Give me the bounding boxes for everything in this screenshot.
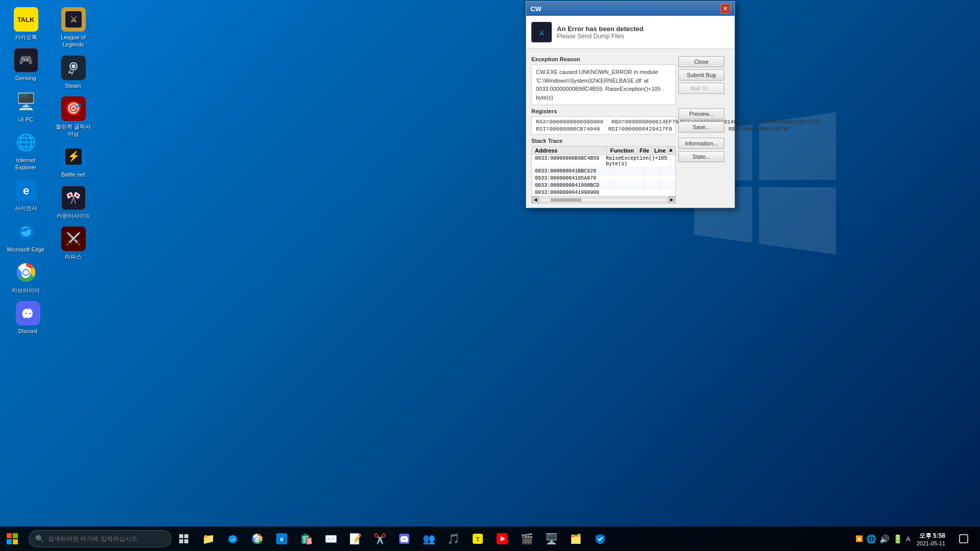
registers-section: Registers RAX=0000000000000000 RBX=00000… [531,108,729,135]
desktop-icon-gensing[interactable]: 🎮 Gensing [4,45,47,85]
svg-rect-16 [7,533,12,538]
notification-center-button[interactable] [951,527,976,551]
svg-rect-17 [13,533,18,538]
dialog-header: ⚔ An Error has been detected Please Send… [526,16,734,49]
svg-rect-23 [184,539,188,543]
taskbar-snip[interactable]: ✂️ [368,527,392,551]
submit-bug-button[interactable]: Submit Bug [678,69,724,81]
svg-rect-20 [179,534,183,538]
stack-trace-wrapper: Address Function File Line ▲ 0033:000000… [531,146,676,204]
reg-row: RSI=00000000CB74040 RDI=0000000429417F8 [536,126,679,132]
desktop-icon-kakaotalk[interactable]: TALK 카카오톡 [4,4,47,44]
taskbar-youtube[interactable] [490,527,514,551]
scrollbar-up-btn[interactable]: ▲ [668,146,675,155]
svg-text:e: e [22,184,29,197]
desktop-icon-my-pc[interactable]: 🖥️ 내 PC [4,86,47,126]
svg-text:⚔: ⚔ [538,29,545,37]
taskbar-discord[interactable] [392,527,416,551]
taskbar-chrome[interactable] [245,527,270,551]
mail-to-button[interactable]: Mail To... [678,83,724,94]
scrollbar-left-btn[interactable]: ◀ [532,196,539,204]
desktop: TALK 카카오톡 🎮 Gensing 🖥️ 내 PC 🌐 Internet E… [0,0,99,388]
desktop-icon-discord[interactable]: Discord [6,298,50,338]
clock-time: 오후 5:58 [917,532,945,540]
state-button[interactable]: State... [678,151,724,162]
exception-section: Exception Reason CW.EXE caused UNKNOWN_E… [531,56,729,105]
desktop-icon-lol[interactable]: ⚔ League of Legends [52,4,95,52]
icon-label: 라파스 [65,253,82,260]
taskbar-clock[interactable]: 오후 5:58 2021-05-11 [913,532,949,546]
desktop-icon-steam[interactable]: Steam [52,53,95,92]
taskbar-teams[interactable]: 👥 [416,527,441,551]
svg-text:T: T [476,537,479,542]
desktop-icon-counterside[interactable]: 🎌 카운터사이드 [52,183,95,222]
taskbar-mail[interactable]: ✉️ [318,527,343,551]
taskbar-media[interactable]: 🎵 [441,527,465,551]
taskbar: 🔍 📁 e 🛍️ ✉️ 📝 ✂️ [0,527,980,551]
taskbar-store[interactable]: 🛍️ [294,527,318,551]
stack-row-4: 0033:0000000041998908 [532,189,675,196]
chevron-up-icon[interactable]: 🔼 [855,535,863,542]
stack-row-2: 0033:00000004195A979 [532,175,675,182]
volume-icon[interactable]: 🔊 [879,534,890,544]
reg-rdx: RDX=000000041BFC543 [755,119,819,125]
reg-rsi: RSI=00000000CB74040 [536,126,600,132]
reg-rax: RAX=0000000000000000 [536,119,603,125]
taskbar-task-view[interactable] [172,527,196,551]
icon-label: Steam [65,82,82,89]
taskbar-app-pc[interactable]: 🖥️ [539,527,564,551]
battery-icon[interactable]: 🔋 [893,534,903,544]
buttons-column-1: Close Submit Bug Mail To... [678,56,724,94]
icon-label: Gensing [15,74,36,82]
desktop-icon-lapas[interactable]: ⚔️ 라파스 [52,223,95,263]
icon-label: Battle.net [61,171,85,178]
icon-label: 엘린퀴 글릭서마님 [54,123,93,138]
taskbar-right: 🔼 🌐 🔊 🔋 A 오후 5:58 2021-05-11 [855,527,980,551]
information-button[interactable]: Information... [678,138,724,149]
taskbar-onenote[interactable]: 📝 [343,527,368,551]
network-icon[interactable]: 🌐 [866,534,876,544]
reg-rdi: RDI=0000000429417F8 [608,126,672,132]
buttons-column-3: Information... State... [678,138,724,162]
desktop-icon-chrome[interactable]: 카브라이더 [4,257,47,297]
svg-text:e: e [280,536,284,543]
error-dialog: CW ✕ ⚔ An Error has been detected Please… [526,1,735,208]
save-button[interactable]: Save... [678,121,724,133]
registers-content-wrapper: RAX=0000000000000000 RBX=000000000014EF7… [531,116,676,135]
keyboard-icon: A [906,535,911,543]
stack-trace-section: Stack Trace Address Function File Line ▲… [531,138,729,204]
taskbar-edge-beta[interactable]: e [270,527,294,551]
taskbar-app-extra[interactable]: 🗂️ [564,527,588,551]
start-button[interactable] [0,527,24,551]
col-file: File [638,146,652,155]
dialog-title: CW [530,5,542,13]
taskbar-kakao[interactable]: T [465,527,490,551]
dialog-header-text: An Error has been detected Please Send D… [557,25,644,40]
scrollbar-right-btn[interactable]: ▶ [668,196,675,204]
taskbar-defender[interactable] [588,527,612,551]
desktop-icon-sniper[interactable]: 🎯 엘린퀴 글릭서마님 [52,93,95,141]
stack-horizontal-scrollbar[interactable]: ◀ ▶ [532,196,675,203]
icon-label: 카운터사이드 [57,212,90,219]
desktop-icon-ms-edge[interactable]: Microsoft Edge [4,216,47,256]
stack-trace-body[interactable]: 0033:00000000B9BC4B59 RaiseException()+1… [532,155,675,196]
scrollbar-track[interactable] [540,198,667,202]
desktop-icon-battlenet[interactable]: ⚡ Battle.net [52,141,95,181]
svg-rect-22 [179,539,183,543]
dialog-close-button[interactable]: ✕ [720,4,730,14]
search-input[interactable] [48,535,160,542]
stack-row-3: 0033:0000000041998BCD [532,182,675,189]
taskbar-file-explorer[interactable]: 📁 [196,527,220,551]
taskbar-pinned-apps: 📁 e 🛍️ ✉️ 📝 ✂️ 👥 🎵 [172,527,612,551]
taskbar-search[interactable]: 🔍 [29,530,172,547]
preview-button[interactable]: Preview... [678,108,724,119]
desktop-icon-ie[interactable]: 🌐 Internet Explorer [4,127,47,174]
close-button[interactable]: Close [678,56,724,67]
taskbar-edge[interactable] [220,527,245,551]
taskbar-movies[interactable]: 🎬 [514,527,539,551]
dialog-error-subtitle: Please Send Dump Files [557,33,644,40]
reg-rbp: RBP=0000000014EF30 [728,126,789,132]
desktop-icon-edge-old[interactable]: e 사이언서 [4,175,47,215]
icon-label: League of Legends [54,34,93,48]
svg-point-28 [256,537,259,540]
